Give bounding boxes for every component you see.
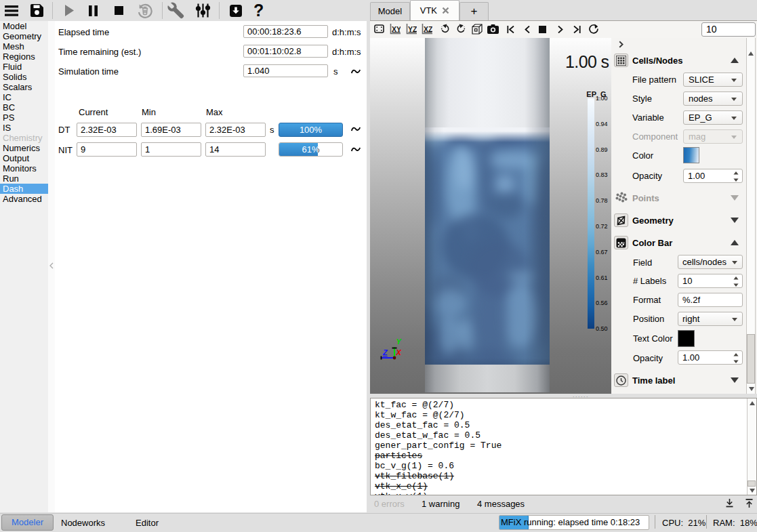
svg-text:XZ: XZ xyxy=(424,25,432,33)
svg-text:Y: Y xyxy=(396,337,403,346)
svg-text:YZ: YZ xyxy=(408,25,417,33)
svg-text:XY: XY xyxy=(392,25,401,33)
svg-text:Z: Z xyxy=(382,348,388,356)
svg-text:X: X xyxy=(396,348,402,356)
